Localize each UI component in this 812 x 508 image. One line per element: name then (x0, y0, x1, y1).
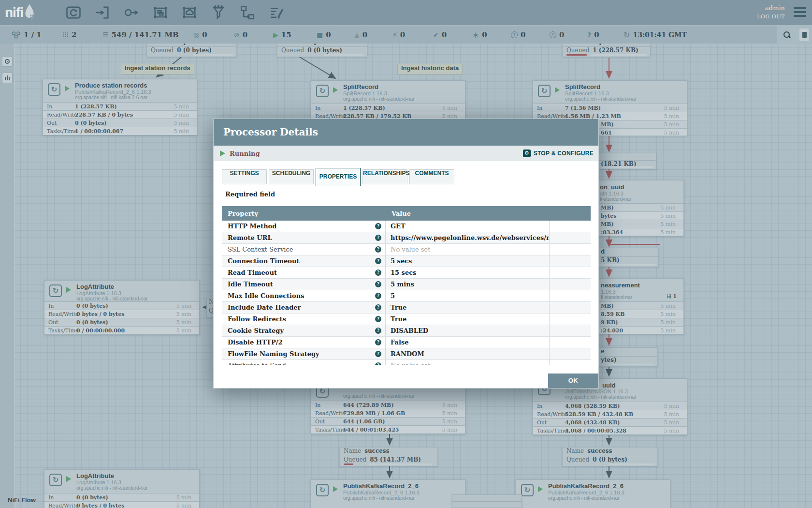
refresh-icon: ↻ (624, 30, 630, 40)
property-row: Idle Timeout? 5 mins (222, 279, 591, 290)
process-group-component-icon[interactable] (152, 4, 169, 21)
dialog-tab[interactable]: RELATIONSHIPS (362, 169, 407, 184)
funnel-component-icon[interactable] (210, 4, 227, 21)
running-icon (66, 476, 71, 482)
help-icon[interactable]: ? (375, 235, 381, 241)
processor-bundle: fi-standard-nar (601, 295, 632, 300)
ok-button[interactable]: OK (548, 374, 598, 388)
processor-type: JoltTransformJSON 1.16.3 (565, 388, 628, 394)
flow-label[interactable]: Ingest historic data (397, 64, 463, 75)
global-menu-button[interactable] (794, 7, 806, 19)
property-name: Connection Timeout? (222, 255, 386, 267)
property-value: 5 (386, 290, 550, 301)
processor-publishkafka-mid[interactable]: ↻ PublishKafkaRecord_2_6 PublishKafkaRec… (311, 479, 465, 508)
processor-mid-bottom[interactable]: ↻ org.apache.nifi - nifi-standard-nar In… (311, 384, 465, 434)
property-name: Remote URL? (222, 232, 386, 243)
property-value: 15 secs (386, 267, 550, 278)
stopped-status: ■0 (317, 26, 331, 44)
property-row: Disable HTTP/2? False (222, 337, 591, 348)
locally-modified-stale-icon: ! (550, 31, 556, 38)
help-icon[interactable]: ? (375, 269, 381, 276)
label-component-icon[interactable] (268, 4, 285, 21)
backpressure-bars (340, 463, 437, 465)
dialog-tab[interactable]: SCHEDULING (269, 169, 314, 184)
cluster-status: 1 / 1 (12, 26, 42, 44)
dialog-tab[interactable]: COMMENTS (409, 169, 454, 184)
connection-label[interactable]: Namesuccess Queued85 (141.37 MB) (339, 447, 438, 466)
running-icon (333, 486, 338, 492)
template-component-icon[interactable] (239, 4, 256, 21)
processor-logattribute-bottom[interactable]: ↻ LogAttribute LogAttribute 1.16.3 org.a… (44, 469, 200, 508)
search-button[interactable] (783, 26, 791, 44)
up-to-date-status: ✔0 (433, 26, 447, 44)
queued-status: ☰549 / 141.71 MB (102, 26, 179, 44)
row-spacer (550, 232, 591, 243)
help-icon[interactable]: ? (375, 339, 381, 345)
panel-toggle-button[interactable] (799, 29, 809, 41)
processor-name: PublishKafkaRecord_2_6 (343, 482, 419, 490)
help-icon[interactable]: ? (375, 223, 381, 229)
transmitting-status: ◎0 (193, 26, 207, 44)
property-value: DISABLED (386, 325, 550, 336)
processor-publishkafka-right[interactable]: ↻ PublishKafkaRecord_2_6 PublishKafkaRec… (516, 479, 670, 508)
property-row: Follow Redirects? True (222, 314, 591, 325)
processor-stats: In1 (228.57 KB)5 min Read/Write228.57 KB… (311, 104, 465, 120)
processor-bundle: org.apache.nifi - nifi-standard-nar (76, 485, 147, 491)
processor-type: LogAttribute 1.16.3 (76, 479, 121, 485)
processor-name: SplitRecord (565, 83, 600, 90)
running-icon (66, 287, 71, 293)
flow-label[interactable]: Ingest station records (121, 64, 194, 75)
input-port-component-icon[interactable] (94, 4, 111, 21)
processor-produce-station-records[interactable]: ↻ Produce station records PublishKafkaRe… (43, 79, 197, 135)
connection-label[interactable]: Namesuccess Queued0 (0 bytes) (562, 447, 658, 466)
help-icon[interactable]: ? (375, 304, 381, 311)
cluster-icon (12, 31, 21, 39)
processor-icon: ↻ (538, 85, 551, 97)
help-icon[interactable]: ? (375, 293, 381, 299)
grid-icon (667, 294, 671, 299)
processor-component-icon[interactable] (65, 4, 82, 21)
property-column-header: Property (222, 210, 386, 217)
dialog-tab[interactable]: SETTINGS (222, 169, 267, 184)
connection-label[interactable] (452, 494, 522, 508)
remote-process-group-component-icon[interactable] (181, 4, 198, 21)
output-port-component-icon[interactable] (123, 4, 140, 21)
help-icon[interactable]: ? (375, 246, 381, 253)
property-name: FlowFile Naming Strategy? (222, 348, 386, 359)
help-icon[interactable]: ? (375, 281, 381, 287)
processor-stats: In1 (228.57 KB)5 min Read/Write228.57 KB… (43, 102, 197, 135)
locally-modified-icon: ∗ (472, 30, 479, 40)
breadcrumb[interactable]: NiFi Flow (8, 496, 36, 504)
help-icon[interactable]: ? (375, 362, 381, 365)
running-icon (555, 87, 560, 93)
processor-stats: In0 (0 bytes)5 min Read/Write0 bytes / 0… (44, 493, 199, 508)
dialog-tab[interactable]: PROPERTIES (316, 168, 361, 186)
processor-bundle: fi-standard-nar (600, 196, 631, 202)
property-name: Max Idle Connections? (222, 290, 386, 301)
property-name: Follow Redirects? (222, 314, 386, 325)
account-area: admin LOG OUT (757, 4, 785, 20)
hand-icon (5, 75, 10, 80)
stop-and-configure-button[interactable]: ⚙ STOP & CONFIGURE (523, 146, 594, 161)
processor-bundle: org.apache.nifi - nifi-standard-nar (565, 394, 636, 400)
processor-type: SplitRecord 1.16.3 (565, 90, 609, 96)
threads-status: 2 (63, 26, 76, 44)
logout-link[interactable]: LOG OUT (757, 14, 785, 20)
processor-type: PublishKafkaRecord_2_6 1.16.3 (75, 89, 151, 95)
nifi-logo: nifi (5, 3, 36, 22)
processor-logattribute-mid[interactable]: ↻ LogAttribute LogAttribute 1.16.3 org.a… (44, 280, 200, 335)
help-icon[interactable]: ? (375, 351, 381, 357)
processor-type: ath 1.16.3 (600, 191, 624, 196)
properties-table-header: Property Value (222, 206, 591, 221)
locally-modified-stale-status: !0 (550, 26, 564, 44)
help-icon[interactable]: ? (375, 328, 381, 334)
row-spacer (550, 255, 591, 267)
help-icon[interactable]: ? (375, 258, 381, 264)
help-icon[interactable]: ? (375, 316, 381, 322)
app-header: nifi (0, 0, 812, 25)
canvas-control-pan-button[interactable] (2, 73, 13, 83)
canvas-control-target-button[interactable] (2, 56, 13, 67)
processor-stats: In4,068 (528.59 KB)5 min Read/Write528.5… (533, 402, 687, 434)
property-name: Include Date Header? (222, 302, 386, 313)
backpressure-bars (563, 463, 657, 465)
